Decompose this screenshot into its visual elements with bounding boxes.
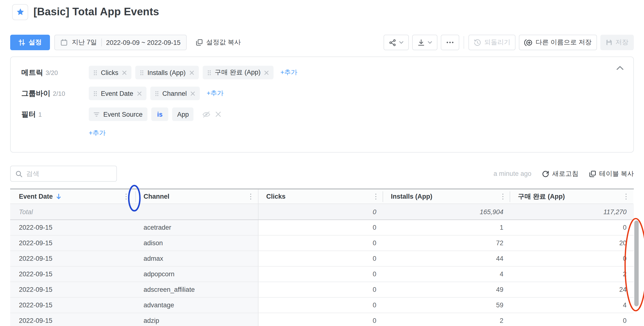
- column-header-event-date[interactable]: Event Date: [10, 190, 136, 204]
- drag-handle-icon: [155, 91, 158, 96]
- close-icon[interactable]: [137, 91, 142, 96]
- favorite-star-button[interactable]: [12, 4, 28, 20]
- copy-settings-button[interactable]: 설정값 복사: [191, 35, 246, 50]
- metric-chip[interactable]: Installs (App): [135, 66, 199, 79]
- filter-count: 1: [38, 110, 42, 118]
- refresh-icon: [542, 170, 549, 177]
- search-input[interactable]: [26, 170, 112, 177]
- refresh-button[interactable]: 새로고침: [542, 169, 578, 178]
- table-row: 2022-09-15 acetrader 0 1 0: [10, 220, 634, 236]
- copy-icon: [196, 39, 203, 46]
- collapse-panel-button[interactable]: [616, 66, 624, 70]
- total-label: Total: [10, 204, 136, 220]
- column-header-channel[interactable]: Channel: [136, 190, 258, 204]
- report-page: [Basic] Total App Events 설정 지난 7일 2022-0…: [0, 4, 644, 326]
- groupby-chip[interactable]: Channel: [150, 86, 200, 100]
- metrics-count: 3/20: [46, 69, 58, 76]
- table-row: 2022-09-15 adpopcorn 0 4 2: [10, 266, 634, 282]
- last-updated-text: a minute ago: [494, 170, 531, 177]
- close-icon[interactable]: [122, 70, 126, 75]
- column-header-clicks[interactable]: Clicks: [258, 190, 383, 204]
- drag-handle-icon: [94, 70, 97, 75]
- groupby-count: 2/10: [53, 90, 65, 97]
- chevron-down-icon: [399, 41, 404, 44]
- search-box: [10, 166, 117, 182]
- metrics-row: 메트릭 3/20 Clicks Installs (App): [21, 66, 623, 79]
- metrics-label: 메트릭: [21, 68, 43, 77]
- undo-button[interactable]: 되돌리기: [469, 35, 516, 50]
- copy-icon: [589, 170, 596, 177]
- date-range-picker[interactable]: 지난 7일 2022-09-09 ~ 2022-09-15: [54, 35, 187, 50]
- metric-chip[interactable]: 구매 완료 (App): [203, 66, 274, 79]
- save-as-button[interactable]: 다른 이름으로 저장: [519, 35, 597, 50]
- filter-row: 필터 1 Event Source is App: [21, 108, 623, 121]
- groupby-label: 그룹바이: [21, 89, 50, 98]
- groupby-row: 그룹바이 2/10 Event Date Channel +추가: [21, 86, 623, 100]
- drag-handle-icon: [140, 70, 144, 75]
- close-icon[interactable]: [264, 70, 269, 75]
- filter-field-chip[interactable]: Event Source: [89, 108, 148, 121]
- close-icon[interactable]: [190, 70, 194, 75]
- remove-filter-icon[interactable]: [216, 111, 222, 117]
- save-as-icon: [524, 39, 533, 46]
- date-range-value: 2022-09-09 ~ 2022-09-15: [106, 39, 181, 46]
- date-separator: [101, 38, 102, 46]
- page-title: [Basic] Total App Events: [34, 6, 159, 18]
- add-groupby-link[interactable]: +추가: [206, 89, 224, 98]
- date-preset: 지난 7일: [72, 38, 97, 47]
- query-config-panel: 메트릭 3/20 Clicks Installs (App): [10, 56, 634, 152]
- table-row: 2022-09-15 adscreen_affiliate 0 49 24: [10, 282, 634, 298]
- filter-label: 필터: [21, 110, 36, 119]
- filter-operator-chip[interactable]: is: [151, 108, 168, 121]
- column-menu-icon[interactable]: [624, 192, 628, 200]
- column-menu-icon[interactable]: [501, 192, 504, 200]
- metric-chip[interactable]: Clicks: [89, 66, 132, 79]
- close-icon[interactable]: [190, 91, 195, 96]
- settings-sliders-icon: [18, 39, 25, 46]
- download-icon: [418, 39, 425, 46]
- table-row: 2022-09-15 adzip 0 2 0: [10, 313, 634, 326]
- results-table: Event Date Channel Clicks: [10, 188, 634, 326]
- table-toolbar: a minute ago 새로고침 테이블 복사: [10, 166, 634, 182]
- settings-button[interactable]: 설정: [10, 35, 50, 50]
- search-icon: [16, 170, 22, 177]
- total-purchases: 117,270: [510, 204, 633, 220]
- save-disk-icon: [606, 39, 612, 46]
- filter-value-chip[interactable]: App: [172, 108, 194, 121]
- total-row: Total 0 165,904 117,270: [10, 204, 634, 220]
- favorite-star-icon: [16, 8, 24, 16]
- add-filter-link[interactable]: +추가: [89, 129, 106, 136]
- filter-funnel-icon: [94, 112, 100, 117]
- column-header-purchases[interactable]: 구매 완료 (App): [510, 190, 633, 204]
- share-button[interactable]: [384, 35, 409, 50]
- chevron-up-icon: [616, 66, 624, 70]
- eye-off-icon[interactable]: [202, 110, 211, 118]
- total-clicks: 0: [258, 204, 383, 220]
- sort-desc-icon: [56, 193, 61, 200]
- share-icon: [389, 39, 396, 46]
- calendar-icon: [60, 39, 68, 46]
- table-row: 2022-09-15 advantage 0 59 4: [10, 298, 634, 313]
- chevron-down-icon: [428, 41, 432, 44]
- table-vertical-scrollbar[interactable]: [634, 220, 639, 306]
- drag-handle-icon: [208, 70, 211, 75]
- column-menu-icon[interactable]: [124, 192, 128, 200]
- title-row: [Basic] Total App Events: [12, 4, 634, 20]
- save-button[interactable]: 저장: [600, 35, 634, 50]
- toolbar-divider: [464, 36, 464, 49]
- groupby-chip[interactable]: Event Date: [89, 86, 146, 100]
- drag-handle-icon: [94, 91, 97, 96]
- copy-table-button[interactable]: 테이블 복사: [589, 169, 634, 178]
- toolbar: 설정 지난 7일 2022-09-09 ~ 2022-09-15 설정값 복사: [10, 35, 634, 50]
- ellipsis-icon: [446, 42, 454, 44]
- download-button[interactable]: [412, 35, 438, 50]
- undo-history-icon: [474, 39, 481, 46]
- column-header-installs[interactable]: Installs (App): [383, 190, 510, 204]
- add-metric-link[interactable]: +추가: [280, 68, 298, 77]
- total-installs: 165,904: [383, 204, 510, 220]
- table-row: 2022-09-15 adison 0 72 20: [10, 236, 634, 251]
- more-options-button[interactable]: [441, 35, 460, 50]
- column-menu-icon[interactable]: [249, 192, 252, 200]
- column-menu-icon[interactable]: [374, 192, 377, 200]
- table-row: 2022-09-15 admax 0 44 0: [10, 251, 634, 266]
